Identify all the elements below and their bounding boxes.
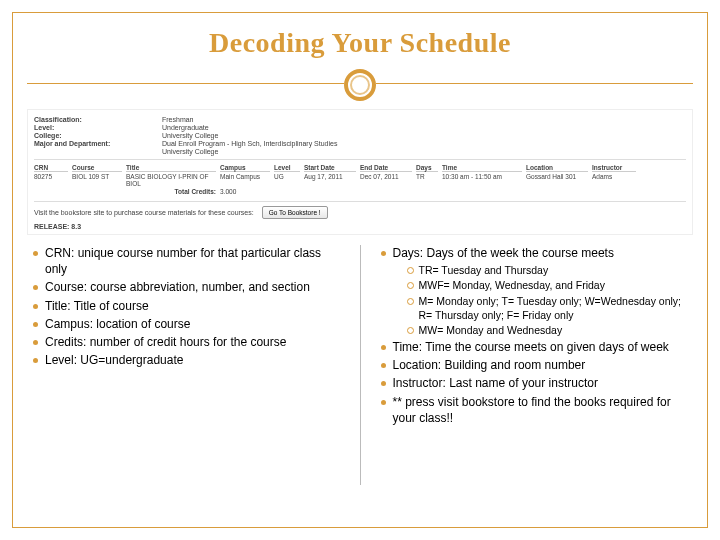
major-label: Major and Department: (34, 140, 154, 147)
cell-location: Gossard Hall 301 (526, 173, 588, 187)
credits-value: 3.000 (220, 188, 270, 195)
right-days-text: Days: Days of the week the course meets (393, 246, 614, 260)
right-days-item: Days: Days of the week the course meets … (379, 245, 694, 337)
go-to-bookstore-button[interactable]: Go To Bookstore ! (262, 206, 328, 219)
credits-label: Total Credits: (126, 188, 216, 195)
left-item: Credits: number of credit hours for the … (31, 334, 346, 350)
student-info: Classification: Freshman Level: Undergra… (34, 116, 686, 160)
hdr-course: Course (72, 164, 122, 172)
ring-icon (344, 69, 376, 101)
slide: Decoding Your Schedule Classification: F… (0, 0, 720, 540)
hdr-start: Start Date (304, 164, 356, 172)
credits-row: Total Credits: 3.000 (34, 188, 686, 195)
hdr-level: Level (274, 164, 300, 172)
hdr-days: Days (416, 164, 438, 172)
days-sub-item: M= Monday only; T= Tuesday only; W=Wedne… (405, 294, 694, 322)
left-item: Level: UG=undergraduate (31, 352, 346, 368)
column-divider (360, 245, 361, 485)
days-sublist: TR= Tuesday and Thursday MWF= Monday, We… (393, 263, 694, 337)
left-item: Course: course abbreviation, number, and… (31, 279, 346, 295)
hdr-campus: Campus (220, 164, 270, 172)
title-divider (27, 67, 693, 103)
days-sub-item: MWF= Monday, Wednesday, and Friday (405, 278, 694, 292)
left-column: CRN: unique course number for that parti… (27, 245, 346, 485)
days-sub-item: TR= Tuesday and Thursday (405, 263, 694, 277)
content-columns: CRN: unique course number for that parti… (27, 245, 693, 485)
schedule-table: CRN Course Title Campus Level Start Date… (34, 164, 686, 187)
left-list: CRN: unique course number for that parti… (27, 245, 346, 368)
release-label: RELEASE: 8.3 (34, 223, 686, 230)
hdr-title: Title (126, 164, 216, 172)
classification-value: Freshman (162, 116, 686, 123)
cell-time: 10:30 am - 11:50 am (442, 173, 522, 187)
schedule-screenshot: Classification: Freshman Level: Undergra… (27, 109, 693, 235)
left-item: CRN: unique course number for that parti… (31, 245, 346, 277)
right-column: Days: Days of the week the course meets … (375, 245, 694, 485)
cell-days: TR (416, 173, 438, 187)
cell-end: Dec 07, 2011 (360, 173, 412, 187)
hdr-crn: CRN (34, 164, 68, 172)
college-label: College: (34, 132, 154, 139)
hdr-instructor: Instructor (592, 164, 636, 172)
right-list: Days: Days of the week the course meets … (375, 245, 694, 426)
level-label: Level: (34, 124, 154, 131)
left-item: Campus: location of course (31, 316, 346, 332)
right-item: Instructor: Last name of your instructor (379, 375, 694, 391)
page-title: Decoding Your Schedule (27, 27, 693, 59)
cell-instructor: Adams (592, 173, 636, 187)
level-value: Undergraduate (162, 124, 686, 131)
right-item: Location: Building and room number (379, 357, 694, 373)
college-value: University College (162, 132, 686, 139)
hdr-location: Location (526, 164, 588, 172)
cell-start: Aug 17, 2011 (304, 173, 356, 187)
hdr-end: End Date (360, 164, 412, 172)
cell-course: BIOL 109 ST (72, 173, 122, 187)
hdr-time: Time (442, 164, 522, 172)
major-value: Dual Enroll Program - High Sch, Interdis… (162, 140, 686, 147)
cell-campus: Main Campus (220, 173, 270, 187)
bookstore-text: Visit the bookstore site to purchase cou… (34, 209, 254, 216)
left-item: Title: Title of course (31, 298, 346, 314)
cell-title: BASIC BIOLOGY I-PRIN OF BIOL (126, 173, 216, 187)
days-sub-item: MW= Monday and Wednesday (405, 323, 694, 337)
right-item: Time: Time the course meets on given day… (379, 339, 694, 355)
major-value-2: University College (162, 148, 686, 155)
cell-crn: 80275 (34, 173, 68, 187)
classification-label: Classification: (34, 116, 154, 123)
right-item: ** press visit bookstore to find the boo… (379, 394, 694, 426)
bookstore-row: Visit the bookstore site to purchase cou… (34, 201, 686, 219)
cell-level: UG (274, 173, 300, 187)
slide-frame: Decoding Your Schedule Classification: F… (12, 12, 708, 528)
